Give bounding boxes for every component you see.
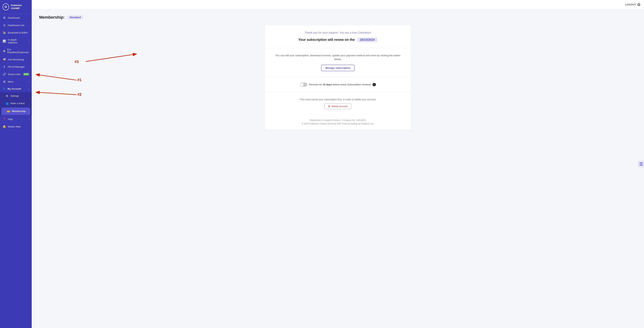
membership-icon: 💳 — [7, 110, 10, 113]
royalties-icon: 🖥 — [2, 49, 6, 52]
app-logo[interactable]: ⚙ Publisher CHAMP — [0, 0, 32, 14]
page-title: Membership: — [39, 15, 65, 20]
sidebar-item-label: Smart Links — [8, 73, 21, 76]
my-account-label: My Account — [8, 87, 21, 90]
smart-links-icon: 🔗 — [2, 72, 6, 76]
sidebar-item-label: Settings — [10, 95, 19, 97]
main-content: LOGOUT ⏻ Membership: Standard Thank you … — [32, 0, 644, 328]
renew-label: Your subscription will renew on the — [298, 38, 355, 41]
new-badge: NEW — [23, 73, 29, 75]
my-account-submenu: ⚙ Settings 👥 Refer a friend 💳 Membership — [0, 92, 32, 115]
fb-icon: f — [2, 65, 6, 68]
sidebar-item-label: More — [8, 80, 14, 83]
plan-badge: Standard — [67, 15, 84, 19]
footer-line2: © 2024 Publisher Champ (formerly KDP Cha… — [269, 122, 407, 126]
delete-account-button[interactable]: 🗑 Delete account — [324, 103, 351, 109]
svg-line-2 — [36, 92, 76, 95]
footer-line1: Registered in England & Wales. Company N… — [269, 118, 407, 122]
annotation-arrow-1: #1 — [32, 9, 93, 112]
sidebar-item-label: Refer a friend — [10, 102, 24, 105]
sidebar-item-dashboard[interactable]: ⊞ Dashboard — [0, 14, 32, 21]
thank-you-text: Thank you for your support. You are a tr… — [272, 31, 403, 34]
sidebar-item-label: Dashboard — [8, 16, 20, 19]
svg-text:#1: #1 — [78, 78, 82, 82]
svg-text:#3: #3 — [74, 60, 79, 64]
chevron-right-icon: › — [28, 40, 29, 42]
sidebar-item-help[interactable]: ❓ Help › — [0, 115, 32, 123]
app-name: Publisher CHAMP — [11, 4, 29, 10]
sidebar-item-label: Ads Monitoring — [8, 58, 24, 61]
dashboard-icon: ⊞ — [2, 16, 6, 19]
logout-label: LOGOUT — [625, 3, 636, 6]
sidebar-item-membership[interactable]: 💳 Membership — [2, 107, 30, 115]
logo-icon: ⚙ — [2, 3, 9, 10]
sidebar-item-label: In-depth Statistics — [8, 38, 26, 44]
sidebar-item-bookshelf[interactable]: 📚 Bookshelf & BSRs — [0, 29, 32, 36]
sidebar-item-label: Ext. Royalties/Expenses — [7, 48, 29, 54]
refer-icon: 👥 — [5, 102, 8, 105]
dot-line — [640, 163, 643, 163]
renew-date: 28/10/2024 — [357, 37, 378, 42]
reminder-toggle[interactable] — [300, 82, 307, 87]
sidebar-item-fb-ad[interactable]: f FB Ad Manager — [0, 63, 32, 70]
chevron-right-icon: › — [28, 80, 29, 83]
dot-line — [640, 165, 643, 166]
sidebar-item-dashboard-lite[interactable]: ◎ Dashboard Lite — [0, 21, 32, 29]
delete-section: *You must cancel your subscription first… — [265, 92, 410, 115]
sidebar-item-label: Membership — [12, 110, 26, 113]
sidebar-item-label: Dashboard Lite — [8, 24, 24, 27]
trash-icon: 🗑 — [328, 105, 330, 108]
membership-header: Membership: Standard — [39, 15, 636, 20]
sidebar-item-settings[interactable]: ⚙ Settings — [0, 92, 32, 100]
manage-subscription-button[interactable]: Manage subscription — [321, 65, 354, 71]
svg-line-4 — [86, 54, 136, 61]
bookshelf-icon: 📚 — [2, 31, 6, 34]
my-account-header[interactable]: 👤 My Account ‹ — [0, 85, 32, 92]
logout-button[interactable]: LOGOUT ⏻ — [625, 3, 640, 6]
sidebar-item-label: FB Ad Manager — [8, 65, 24, 68]
delete-note: *You must cancel your subscription first… — [272, 98, 403, 101]
chevron-right-icon: › — [28, 118, 29, 120]
sidebar-item-label: Bookshelf & BSRs — [8, 31, 28, 34]
dashboard-lite-icon: ◎ — [2, 23, 6, 27]
sidebar-item-label: What's New — [8, 125, 21, 128]
settings-icon: ⚙ — [5, 94, 8, 98]
renew-text: Your subscription will renew on the 28/1… — [272, 37, 403, 42]
svg-text:#2: #2 — [78, 92, 82, 96]
renew-section: Thank you for your support. You are a tr… — [265, 25, 410, 48]
sidebar-item-refer[interactable]: 👥 Refer a friend — [0, 100, 32, 107]
subscription-info: You can edit your subscription, download… — [272, 54, 403, 61]
membership-card: Thank you for your support. You are a tr… — [265, 25, 410, 129]
ads-icon: 📢 — [2, 58, 6, 61]
content-area: Membership: Standard Thank you for your … — [32, 9, 644, 328]
more-icon: ⊞ — [2, 80, 6, 83]
sidebar-item-smart-links[interactable]: 🔗 Smart Links NEW — [0, 70, 32, 78]
reminder-section: Remind me 15 days before every Subscript… — [265, 77, 410, 92]
sidebar-item-ext-royalties[interactable]: 🖥 Ext. Royalties/Expenses — [0, 46, 32, 56]
chevron-down-icon: ‹ — [28, 88, 29, 90]
svg-line-0 — [36, 74, 76, 80]
reminder-days: 15 days — [323, 83, 332, 86]
topbar: LOGOUT ⏻ — [32, 0, 644, 9]
dot-line — [640, 164, 643, 164]
sidebar-item-label: Help — [8, 118, 13, 121]
annotation-arrow-2: #2 — [32, 9, 93, 112]
sidebar-item-more[interactable]: ⊞ More › — [0, 78, 32, 85]
manage-section: You can edit your subscription, download… — [265, 48, 410, 77]
sidebar-item-whats-new[interactable]: 🔔 What's New — [0, 123, 32, 130]
my-account-icon: 👤 — [2, 87, 6, 90]
help-icon: ❓ — [2, 117, 6, 121]
sidebar-item-indepth[interactable]: 📊 In-depth Statistics › — [0, 36, 32, 46]
info-icon[interactable]: i — [372, 83, 376, 86]
logout-icon: ⏻ — [637, 3, 640, 6]
right-panel — [638, 161, 644, 167]
sidebar-item-ads-monitoring[interactable]: 📢 Ads Monitoring — [0, 56, 32, 63]
sidebar: ⚙ Publisher CHAMP ⊞ Dashboard ◎ Dashboar… — [0, 0, 32, 328]
indepth-icon: 📊 — [2, 39, 6, 43]
reminder-text: Remind me 15 days before every Subscript… — [309, 83, 371, 86]
footer: Registered in England & Wales. Company N… — [265, 115, 410, 129]
whats-new-icon: 🔔 — [2, 125, 6, 128]
